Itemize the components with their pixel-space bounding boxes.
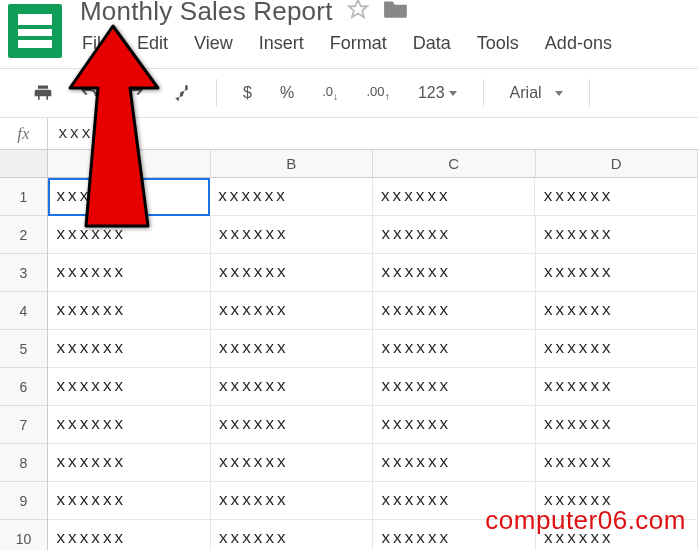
- cell[interactable]: xxxxxx: [536, 444, 699, 482]
- cell[interactable]: xxxxxx: [536, 292, 699, 330]
- fx-label: fx: [0, 118, 48, 149]
- row-header[interactable]: 6: [0, 368, 47, 406]
- row-headers: 1 2 3 4 5 6 7 8 9 10: [0, 150, 48, 550]
- cell[interactable]: xxxxxx: [373, 178, 536, 216]
- row-header[interactable]: 4: [0, 292, 47, 330]
- cell[interactable]: xxxxxx: [48, 444, 211, 482]
- cell[interactable]: xxxxxx: [211, 254, 374, 292]
- cell[interactable]: xxxxxx: [210, 178, 373, 216]
- toolbar-divider: [589, 79, 590, 107]
- increase-decimal-button[interactable]: .00↑: [364, 84, 392, 102]
- paint-format-icon[interactable]: [170, 82, 192, 104]
- folder-icon[interactable]: [383, 0, 409, 27]
- cell[interactable]: xxxxxx: [48, 292, 211, 330]
- cell[interactable]: xxxxxx: [373, 254, 536, 292]
- cell[interactable]: xxxxxx: [48, 330, 211, 368]
- column-headers: A B C D: [48, 150, 698, 178]
- select-all-corner[interactable]: [0, 150, 47, 178]
- title-row: Monthly Sales Report: [80, 0, 690, 27]
- menu-insert[interactable]: Insert: [259, 33, 304, 54]
- cell[interactable]: xxxxxx: [48, 482, 211, 520]
- cell[interactable]: xxxxxx: [373, 330, 536, 368]
- cell[interactable]: xxxxxx: [536, 254, 699, 292]
- menu-format[interactable]: Format: [330, 33, 387, 54]
- cell[interactable]: xxxxxx: [373, 292, 536, 330]
- header: Monthly Sales Report File Edit View Inse…: [0, 0, 698, 68]
- cell[interactable]: xxxxxx: [536, 330, 699, 368]
- menu-edit[interactable]: Edit: [137, 33, 168, 54]
- cell[interactable]: xxxxxx: [373, 216, 536, 254]
- cell[interactable]: xxxxxx: [211, 444, 374, 482]
- menu-tools[interactable]: Tools: [477, 33, 519, 54]
- cell[interactable]: xxxxxx: [536, 406, 699, 444]
- toolbar-divider: [216, 79, 217, 107]
- sheets-logo-icon: [8, 4, 62, 58]
- cell[interactable]: xxxxxx: [373, 406, 536, 444]
- cell[interactable]: xxxxxx: [373, 444, 536, 482]
- cell[interactable]: xxxxxx: [211, 520, 374, 550]
- decrease-decimal-button[interactable]: .0↓: [320, 84, 340, 102]
- row-header[interactable]: 5: [0, 330, 47, 368]
- formula-bar: fx xxxxxx: [0, 118, 698, 150]
- cell[interactable]: xxxxxx: [48, 520, 211, 550]
- row-header[interactable]: 8: [0, 444, 47, 482]
- print-icon[interactable]: [32, 82, 54, 104]
- column-header[interactable]: C: [373, 150, 536, 177]
- menubar: File Edit View Insert Format Data Tools …: [80, 27, 690, 64]
- chevron-down-icon: [555, 91, 563, 96]
- cell[interactable]: xxxxxx: [211, 330, 374, 368]
- svg-marker-0: [348, 0, 366, 17]
- cell[interactable]: xxxxxx: [48, 406, 211, 444]
- cell[interactable]: xxxxxx: [48, 254, 211, 292]
- document-title[interactable]: Monthly Sales Report: [80, 0, 333, 27]
- cell[interactable]: xxxxxx: [536, 216, 699, 254]
- row-header[interactable]: 9: [0, 482, 47, 520]
- row-header[interactable]: 2: [0, 216, 47, 254]
- undo-icon[interactable]: [78, 82, 100, 104]
- column-header[interactable]: D: [536, 150, 699, 177]
- spreadsheet-grid: 1 2 3 4 5 6 7 8 9 10 A B C D xxxxxxxxxxx…: [0, 150, 698, 550]
- font-family-dropdown[interactable]: Arial: [508, 84, 565, 102]
- star-icon[interactable]: [347, 0, 369, 27]
- cell[interactable]: xxxxxx: [536, 368, 699, 406]
- chevron-down-icon: [449, 91, 457, 96]
- currency-format-button[interactable]: $: [241, 84, 254, 102]
- cell[interactable]: xxxxxx: [211, 216, 374, 254]
- row-header[interactable]: 3: [0, 254, 47, 292]
- formula-input[interactable]: xxxxxx: [48, 125, 128, 143]
- cell[interactable]: xxxxxx: [48, 368, 211, 406]
- cell[interactable]: xxxxxx: [211, 368, 374, 406]
- percent-format-button[interactable]: %: [278, 84, 296, 102]
- menu-addons[interactable]: Add-ons: [545, 33, 612, 54]
- menu-data[interactable]: Data: [413, 33, 451, 54]
- row-header[interactable]: 7: [0, 406, 47, 444]
- cell[interactable]: xxxxxx: [211, 406, 374, 444]
- number-format-dropdown[interactable]: 123: [416, 84, 459, 102]
- cell[interactable]: xxxxxx: [211, 482, 374, 520]
- column-header[interactable]: A: [48, 150, 211, 177]
- cell[interactable]: xxxxxx: [373, 368, 536, 406]
- cell[interactable]: xxxxxx: [48, 216, 211, 254]
- watermark-text: computer06.com: [485, 505, 686, 536]
- column-header[interactable]: B: [211, 150, 374, 177]
- row-header[interactable]: 10: [0, 520, 47, 550]
- redo-icon[interactable]: [124, 82, 146, 104]
- menu-file[interactable]: File: [82, 33, 111, 54]
- data-rows: xxxxxxxxxxxxxxxxxxxxxxxx xxxxxxxxxxxxxxx…: [48, 178, 698, 550]
- menu-view[interactable]: View: [194, 33, 233, 54]
- cell[interactable]: xxxxxx: [211, 292, 374, 330]
- toolbar-divider: [483, 79, 484, 107]
- toolbar: $ % .0↓ .00↑ 123 Arial: [0, 68, 698, 118]
- row-header[interactable]: 1: [0, 178, 47, 216]
- cell[interactable]: xxxxxx: [535, 178, 698, 216]
- cell[interactable]: xxxxxx: [48, 178, 210, 216]
